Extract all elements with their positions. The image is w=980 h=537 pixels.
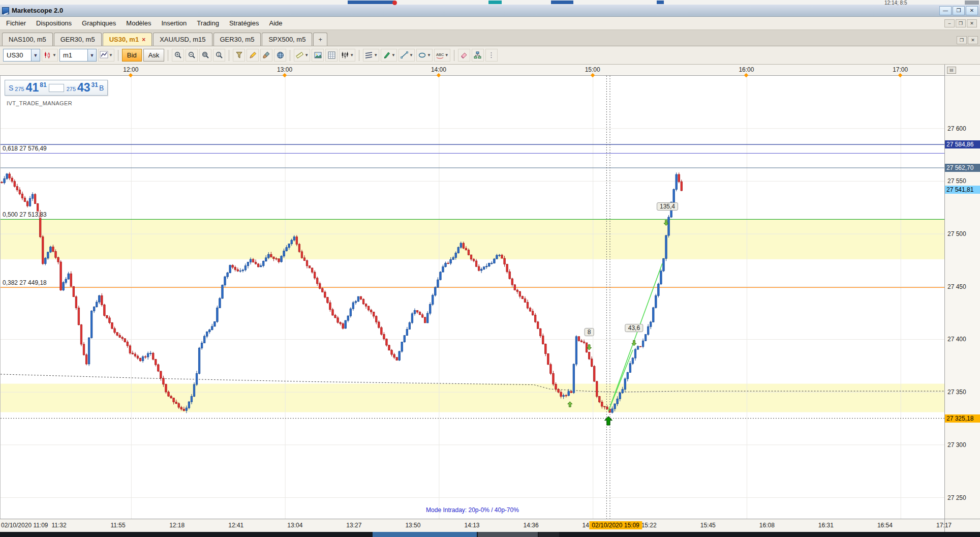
taskbar-window-fragment	[539, 532, 559, 537]
period-select[interactable]: m1 ▼	[59, 49, 97, 62]
trade-amount-input[interactable]	[49, 84, 64, 92]
menu-item-aide[interactable]: Aide	[264, 17, 288, 29]
trade-result-label: 43,6	[625, 324, 643, 332]
marketscope-window: 12:14; 8:5 Marketscope 2.0 —❐✕ FichierDi…	[0, 0, 980, 537]
pattern-tools-icon[interactable]: ▼	[339, 49, 355, 62]
svg-text:ABC: ABC	[436, 52, 444, 57]
tab-close-icon[interactable]: ×	[142, 36, 145, 43]
tab-label: SPX500, m5	[268, 36, 305, 43]
maximize-button[interactable]: ❐	[953, 6, 965, 15]
zoom-area-icon[interactable]	[199, 49, 211, 62]
toolbar-icons: 1▼▼▼▼▼▼ABC▼	[166, 49, 497, 62]
trendline-tool-icon[interactable]: ▼	[399, 49, 415, 62]
zoom-in-icon[interactable]	[172, 49, 184, 62]
grid-settings-icon[interactable]	[325, 49, 338, 62]
tab-label: GER30, m5	[220, 36, 255, 43]
buy-button[interactable]: 275 43 31 B	[66, 82, 104, 94]
tab-strip: NAS100, m5GER30, m5US30, m1×XAU/USD, m15…	[2, 33, 328, 46]
new-tab-button[interactable]: +	[313, 33, 327, 46]
tab-label: NAS100, m5	[9, 36, 46, 43]
price-tick-label: 27 450	[947, 283, 966, 290]
price-tick-label: 27 550	[947, 177, 966, 185]
chevron-down-icon[interactable]: ▼	[87, 49, 96, 61]
background-window-fragment	[348, 1, 394, 4]
menu-item-strat-gies[interactable]: Stratégies	[224, 17, 264, 29]
chart-type-icon[interactable]: ▼	[98, 49, 114, 62]
time-tick-label: 16:54	[877, 522, 893, 529]
tab-label: US30, m1	[109, 36, 139, 43]
toolbar-separator	[229, 50, 229, 61]
data-filter-icon[interactable]	[233, 49, 245, 62]
menu-item-dispositions[interactable]: Dispositions	[31, 17, 77, 29]
symbol-select[interactable]: US30 ▼	[3, 49, 40, 62]
tab-label: XAU/USD, m15	[160, 36, 205, 43]
chart-plot[interactable]: S 275 41 81 275 43 31 B IVT_TRADE_MANAGE…	[0, 76, 944, 519]
format-brush-icon[interactable]	[260, 49, 272, 62]
price-axis[interactable]: 27 60027 55027 50027 45027 40027 35027 3…	[945, 76, 980, 519]
toolbar-separator	[359, 50, 359, 61]
price-tick-label: 27 400	[947, 336, 966, 343]
chart-panel-icon[interactable]: ▤	[947, 67, 956, 74]
menu-item-graphiques[interactable]: Graphiques	[77, 17, 121, 29]
web-publish-icon[interactable]	[274, 49, 286, 62]
price-level-badge: 27 584,86	[945, 140, 980, 148]
ask-button[interactable]: Ask	[143, 49, 165, 62]
price-tick-label: 27 350	[947, 389, 966, 396]
bid-button[interactable]: Bid	[122, 49, 142, 62]
child-close-button[interactable]: ✕	[967, 19, 977, 27]
chart-restore-button[interactable]: ❐	[957, 36, 967, 44]
sell-price-pips: 81	[40, 81, 46, 88]
time-tick-label: 13:04	[287, 522, 302, 529]
edit-icon[interactable]	[247, 49, 259, 62]
menu-item-trading[interactable]: Trading	[192, 17, 224, 29]
buy-price-big: 43	[77, 82, 90, 94]
menu-item-fichier[interactable]: Fichier	[1, 17, 31, 29]
toolbar-separator	[290, 50, 290, 61]
price-level-badge: 27 325,18	[945, 414, 980, 423]
more-tools-icon[interactable]	[485, 49, 498, 62]
minimize-button[interactable]: —	[939, 6, 952, 15]
toolbar-icons-pre-period: ▼	[42, 49, 58, 62]
zoom-out-icon[interactable]	[186, 49, 198, 62]
eraser-icon[interactable]	[458, 49, 470, 62]
price-tick-label: 27 600	[947, 125, 966, 132]
close-button[interactable]: ✕	[966, 6, 978, 15]
tab-ger30-m5[interactable]: GER30, m5	[213, 33, 261, 46]
text-label-tool-icon[interactable]: ABC▼	[434, 49, 450, 62]
chart-close-button[interactable]: ✕	[968, 36, 978, 44]
price-axis-corner: ▤	[945, 65, 980, 76]
tab-nas100-m5[interactable]: NAS100, m5	[2, 33, 53, 46]
svg-text:1: 1	[218, 53, 220, 56]
sell-price-prefix: 275	[15, 86, 24, 92]
trade-result-label: 135,4	[657, 202, 678, 211]
taskbar-strip	[0, 532, 980, 537]
tab-xau-usd-m15[interactable]: XAU/USD, m15	[153, 33, 212, 46]
fib-level-label: 0,500 27 513,83	[2, 211, 48, 218]
child-restore-button[interactable]: ❐	[956, 19, 966, 27]
child-minimize-button[interactable]: –	[944, 19, 955, 27]
sell-button[interactable]: S 275 41 81	[9, 82, 47, 94]
chevron-down-icon[interactable]: ▼	[31, 49, 40, 61]
time-tick-label: 16:00	[739, 66, 754, 73]
snapshot-icon[interactable]	[312, 49, 324, 62]
pen-tool-icon[interactable]: ▼	[381, 49, 397, 62]
toolbar-separator	[118, 50, 118, 61]
toolbar-separator	[454, 50, 454, 61]
instrument-format-icon[interactable]: ▼	[42, 49, 58, 62]
time-tick-label: 13:50	[405, 522, 420, 529]
price-level-badge: 27 562,70	[945, 164, 980, 172]
menu-item-mod-les[interactable]: Modèles	[121, 17, 156, 29]
title-bar[interactable]: Marketscope 2.0 —❐✕	[0, 5, 980, 17]
object-manager-icon[interactable]	[472, 49, 484, 62]
zoom-reset-icon[interactable]: 1	[213, 49, 225, 62]
tab-ger30-m5[interactable]: GER30, m5	[54, 33, 102, 46]
chart-bottom-axis[interactable]: 02/10/2020 11:0911:3211:5512:1812:4113:0…	[0, 519, 944, 532]
measure-icon[interactable]: ▼	[294, 49, 310, 62]
menu-item-insertion[interactable]: Insertion	[156, 17, 192, 29]
parallel-lines-icon[interactable]: ▼	[363, 49, 379, 62]
toolbar-icons-chart-style: ▼	[98, 49, 114, 62]
ellipse-tool-icon[interactable]: ▼	[416, 49, 433, 62]
tab-us30-m1[interactable]: US30, m1×	[103, 33, 152, 46]
time-tick-label: 16:08	[759, 522, 775, 529]
tab-spx500-m5[interactable]: SPX500, m5	[262, 33, 312, 46]
